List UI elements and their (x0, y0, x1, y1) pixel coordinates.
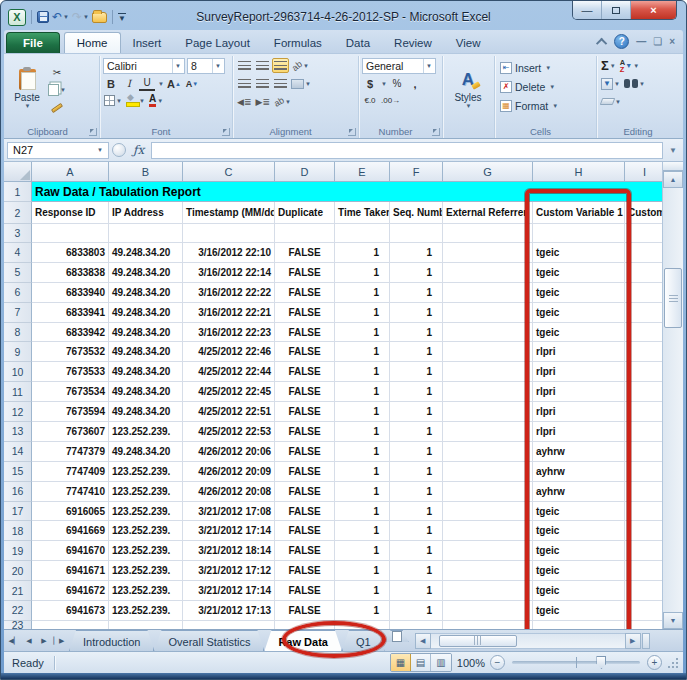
font-dialog-launcher-icon[interactable] (222, 128, 230, 136)
cell[interactable]: 1 (335, 342, 390, 362)
cell[interactable]: 49.248.34.20 (109, 382, 183, 402)
clear-button[interactable]: ▼ (600, 94, 622, 109)
tab-split-handle[interactable] (642, 633, 650, 649)
row-header-22[interactable]: 22 (4, 601, 32, 621)
cell[interactable]: tgeic (533, 521, 625, 541)
resize-grip[interactable] (667, 657, 679, 669)
cell[interactable] (443, 581, 533, 601)
cell[interactable] (335, 224, 390, 243)
cell[interactable]: 7673533 (32, 362, 109, 382)
cell[interactable] (183, 224, 275, 243)
delete-cells-button[interactable]: ✗Delete▼ (498, 77, 593, 96)
field-header-cell[interactable]: IP Address (109, 202, 183, 224)
cell[interactable]: 1 (335, 362, 390, 382)
cell[interactable] (625, 422, 662, 442)
name-box[interactable]: N27▼ (7, 142, 109, 159)
cell[interactable]: FALSE (275, 581, 335, 601)
row-header-16[interactable]: 16 (4, 482, 32, 502)
column-header-D[interactable]: D (275, 162, 335, 182)
cell[interactable]: 3/16/2012 22:23 (183, 323, 275, 343)
scroll-right-button[interactable]: ▶ (625, 633, 641, 649)
cell[interactable]: 49.248.34.20 (109, 362, 183, 382)
cell[interactable] (625, 442, 662, 462)
formula-input[interactable] (151, 142, 663, 159)
row-header-11[interactable]: 11 (4, 382, 32, 402)
field-header-cell[interactable]: Timestamp (MM/dd (183, 202, 275, 224)
scroll-up-button[interactable]: ▲ (663, 171, 683, 188)
cell[interactable]: 1 (390, 402, 443, 422)
select-all-corner[interactable] (4, 162, 32, 182)
cell[interactable]: 4/25/2012 22:45 (183, 382, 275, 402)
cell[interactable] (533, 224, 625, 243)
cell[interactable]: 1 (390, 382, 443, 402)
cell[interactable]: 3/21/2012 17:13 (183, 601, 275, 621)
cell[interactable] (625, 323, 662, 343)
cell[interactable]: FALSE (275, 263, 335, 283)
row-header-1[interactable]: 1 (4, 182, 32, 202)
zoom-in-button[interactable]: + (647, 655, 662, 670)
number-dialog-launcher-icon[interactable] (432, 128, 440, 136)
cell[interactable] (625, 402, 662, 422)
cell[interactable]: 3/21/2012 17:14 (183, 521, 275, 541)
cell[interactable]: 6941671 (32, 561, 109, 581)
column-header-H[interactable]: H (533, 162, 625, 182)
cell[interactable] (183, 621, 275, 629)
cell[interactable]: 6916065 (32, 502, 109, 522)
cell[interactable] (443, 263, 533, 283)
cell[interactable]: 6941673 (32, 601, 109, 621)
cell[interactable]: FALSE (275, 541, 335, 561)
cell[interactable]: tgeic (533, 243, 625, 263)
cell[interactable]: 123.252.239. (109, 581, 183, 601)
cell[interactable]: 7747409 (32, 462, 109, 482)
increase-indent-button[interactable]: ▶≣ (254, 94, 270, 109)
cell[interactable]: FALSE (275, 422, 335, 442)
save-button[interactable] (37, 11, 49, 23)
row-header-15[interactable]: 15 (4, 462, 32, 482)
cell[interactable] (625, 601, 662, 621)
cell[interactable] (625, 243, 662, 263)
cell[interactable]: 1 (390, 462, 443, 482)
cell[interactable]: 1 (390, 581, 443, 601)
ribbon-tab-page-layout[interactable]: Page Layout (173, 32, 262, 53)
cell[interactable] (443, 243, 533, 263)
cell[interactable]: rlpri (533, 402, 625, 422)
cell[interactable] (443, 601, 533, 621)
orientation-button[interactable]: ab▼ (291, 58, 310, 73)
cell[interactable]: 7673532 (32, 342, 109, 362)
open-button[interactable] (92, 12, 107, 23)
cell[interactable] (443, 342, 533, 362)
cell[interactable] (443, 402, 533, 422)
cell[interactable]: rlpri (533, 422, 625, 442)
cell[interactable]: 1 (335, 561, 390, 581)
scroll-left-button[interactable]: ◀ (415, 633, 431, 649)
cell[interactable] (625, 224, 662, 243)
field-header-cell[interactable]: External Referrer (443, 202, 533, 224)
cell[interactable]: 6833942 (32, 323, 109, 343)
middle-align-button[interactable] (254, 58, 270, 73)
cell[interactable]: 1 (335, 382, 390, 402)
help-icon[interactable]: ? (614, 34, 629, 49)
cell[interactable] (109, 224, 183, 243)
normal-view-button[interactable]: ▦ (391, 654, 411, 671)
row-header-19[interactable]: 19 (4, 541, 32, 561)
cell[interactable]: 1 (335, 541, 390, 561)
cell[interactable]: 1 (335, 482, 390, 502)
row-header-14[interactable]: 14 (4, 442, 32, 462)
first-sheet-button[interactable]: ◀▏ (7, 633, 21, 649)
cell[interactable]: FALSE (275, 482, 335, 502)
cell[interactable] (443, 382, 533, 402)
row-header-8[interactable]: 8 (4, 323, 32, 343)
borders-button[interactable]: ▼ (103, 93, 123, 108)
column-header-I[interactable]: I (625, 162, 662, 182)
cell[interactable]: 1 (335, 422, 390, 442)
horizontal-scrollbar[interactable]: ◀ ▶ (415, 632, 650, 649)
cell[interactable]: 4/25/2012 22:46 (183, 342, 275, 362)
cell[interactable] (625, 303, 662, 323)
cell[interactable]: tgeic (533, 502, 625, 522)
workbook-restore-icon[interactable]: ❏ (653, 36, 662, 47)
sheet-tab-q1[interactable]: Q1 (342, 630, 385, 651)
cell[interactable]: ayhrw (533, 462, 625, 482)
cell[interactable]: FALSE (275, 362, 335, 382)
cell[interactable]: 1 (335, 442, 390, 462)
row-header-21[interactable]: 21 (4, 581, 32, 601)
